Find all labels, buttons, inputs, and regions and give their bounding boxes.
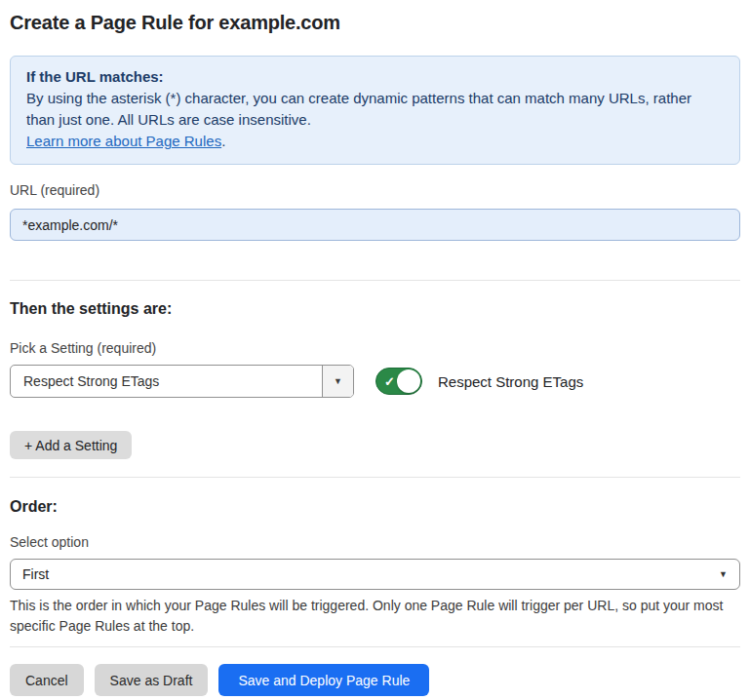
section-divider xyxy=(10,280,740,281)
page-title: Create a Page Rule for example.com xyxy=(10,10,740,35)
settings-section-heading: Then the settings are: xyxy=(10,299,740,319)
toggle-knob xyxy=(397,369,420,393)
setting-row: Respect Strong ETags ▼ ✓ Respect Strong … xyxy=(10,365,740,398)
order-section-heading: Order: xyxy=(10,497,740,517)
setting-select-value: Respect Strong ETags xyxy=(11,366,159,397)
add-setting-button[interactable]: + Add a Setting xyxy=(10,431,132,459)
link-suffix: . xyxy=(221,133,225,149)
save-deploy-button[interactable]: Save and Deploy Page Rule xyxy=(218,664,429,696)
setting-select[interactable]: Respect Strong ETags ▼ xyxy=(10,365,354,398)
learn-more-link[interactable]: Learn more about Page Rules xyxy=(26,133,221,149)
page-rule-form: Create a Page Rule for example.com If th… xyxy=(0,10,750,696)
select-caret-icon: ▼ xyxy=(719,569,728,579)
url-match-info-box: If the URL matches: By using the asteris… xyxy=(10,56,740,165)
pick-setting-label: Pick a Setting (required) xyxy=(10,339,740,357)
footer-actions: Cancel Save as Draft Save and Deploy Pag… xyxy=(10,664,740,696)
info-box-link-line: Learn more about Page Rules. xyxy=(26,131,724,152)
footer-divider xyxy=(10,646,740,647)
order-select-label: Select option xyxy=(10,533,740,551)
cancel-button[interactable]: Cancel xyxy=(10,664,84,696)
url-input[interactable] xyxy=(10,209,740,241)
save-draft-button[interactable]: Save as Draft xyxy=(95,664,209,696)
etags-toggle[interactable]: ✓ xyxy=(375,368,422,395)
info-box-heading: If the URL matches: xyxy=(26,66,724,88)
order-select-value: First xyxy=(22,566,49,582)
info-box-body: By using the asterisk (*) character, you… xyxy=(26,88,724,131)
dropdown-arrow-icon: ▼ xyxy=(322,366,353,397)
url-field-label: URL (required) xyxy=(10,181,740,199)
section-divider xyxy=(10,477,740,478)
check-icon: ✓ xyxy=(384,375,395,388)
toggle-label: Respect Strong ETags xyxy=(438,373,583,390)
order-help-text: This is the order in which your Page Rul… xyxy=(10,596,740,637)
order-select[interactable]: First ▼ xyxy=(10,559,740,590)
